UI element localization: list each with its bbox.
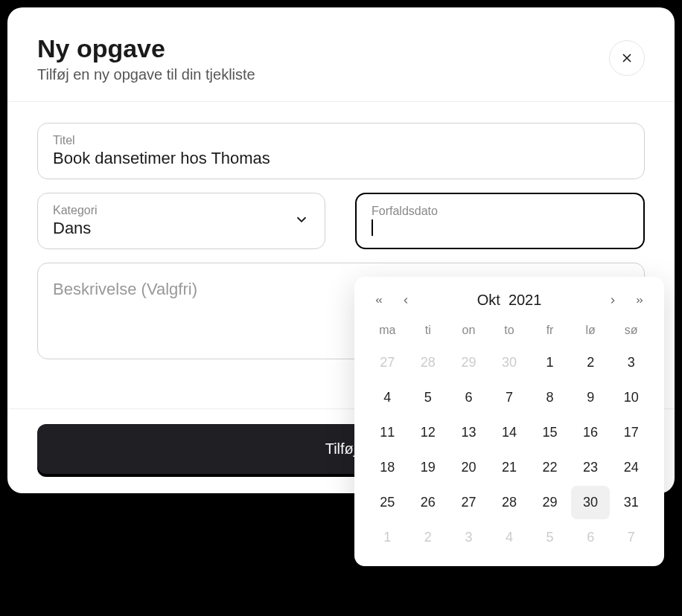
calendar-day[interactable]: 9 (571, 381, 611, 414)
calendar-day[interactable]: 29 (530, 486, 570, 519)
calendar-day[interactable]: 14 (490, 416, 529, 449)
close-button[interactable] (609, 40, 645, 76)
description-placeholder: Beskrivelse (Valgfri) (53, 280, 197, 298)
calendar-day[interactable]: 30 (490, 346, 529, 379)
due-date-input[interactable] (372, 219, 628, 236)
calendar-day[interactable]: 27 (449, 486, 488, 519)
day-of-week-header: sø (611, 316, 651, 344)
calendar-day[interactable]: 5 (530, 521, 570, 554)
day-of-week-header: ma (368, 316, 407, 344)
modal-title: Ny opgave (37, 34, 255, 63)
calendar-day[interactable]: 21 (490, 451, 529, 484)
prev-month-button[interactable] (399, 294, 412, 307)
calendar-day[interactable]: 28 (490, 486, 529, 519)
calendar-day[interactable]: 1 (530, 346, 570, 379)
day-of-week-header: lø (571, 316, 611, 344)
title-label: Titel (53, 134, 629, 147)
calendar-day[interactable]: 7 (611, 521, 651, 554)
day-of-week-header: to (490, 316, 529, 344)
chevron-right-icon (608, 295, 618, 306)
chevron-double-right-icon (634, 295, 645, 306)
close-icon (619, 51, 634, 65)
title-field[interactable]: Titel (37, 123, 645, 179)
chevron-down-icon (293, 211, 310, 231)
datepicker-header: Okt 2021 (368, 292, 651, 316)
datepicker-grid: mationtofrløsø27282930123456789101112131… (368, 316, 651, 554)
chevron-left-icon (401, 295, 411, 306)
calendar-day[interactable]: 2 (571, 346, 611, 379)
calendar-day[interactable]: 15 (530, 416, 570, 449)
modal-header: Ny opgave Tilføj en ny opgave til din tj… (7, 7, 675, 101)
calendar-day[interactable]: 8 (530, 381, 570, 414)
calendar-day[interactable]: 1 (368, 521, 407, 554)
category-value: Dans (53, 219, 310, 238)
calendar-day[interactable]: 29 (449, 346, 488, 379)
calendar-day[interactable]: 10 (611, 381, 651, 414)
day-of-week-header: ti (409, 316, 448, 344)
calendar-day[interactable]: 23 (571, 451, 611, 484)
next-year-button[interactable] (633, 294, 646, 307)
calendar-day[interactable]: 13 (449, 416, 488, 449)
calendar-day[interactable]: 11 (368, 416, 407, 449)
calendar-day[interactable]: 19 (409, 451, 448, 484)
category-label: Kategori (53, 204, 310, 217)
calendar-day[interactable]: 20 (449, 451, 488, 484)
chevron-double-left-icon (374, 295, 384, 306)
due-date-label: Forfaldsdato (372, 205, 628, 218)
calendar-day[interactable]: 30 (571, 486, 611, 519)
calendar-day[interactable]: 2 (409, 521, 448, 554)
calendar-day[interactable]: 24 (611, 451, 651, 484)
calendar-day[interactable]: 4 (368, 381, 407, 414)
calendar-day[interactable]: 25 (368, 486, 407, 519)
calendar-day[interactable]: 4 (490, 521, 529, 554)
datepicker-popover: Okt 2021 mationtofrløsø27282930123456789… (354, 277, 664, 566)
calendar-day[interactable]: 22 (530, 451, 570, 484)
calendar-day[interactable]: 6 (449, 381, 488, 414)
calendar-day[interactable]: 5 (409, 381, 448, 414)
prev-year-button[interactable] (372, 294, 386, 307)
calendar-day[interactable]: 28 (409, 346, 448, 379)
calendar-day[interactable]: 3 (449, 521, 488, 554)
title-input[interactable] (53, 149, 629, 168)
day-of-week-header: on (449, 316, 488, 344)
calendar-day[interactable]: 16 (571, 416, 611, 449)
calendar-day[interactable]: 26 (409, 486, 448, 519)
text-cursor (372, 219, 373, 236)
calendar-day[interactable]: 3 (611, 346, 651, 379)
day-of-week-header: fr (530, 316, 570, 344)
datepicker-month-year[interactable]: Okt 2021 (477, 292, 542, 309)
calendar-day[interactable]: 12 (409, 416, 448, 449)
modal-subtitle: Tilføj en ny opgave til din tjekliste (37, 66, 255, 83)
calendar-day[interactable]: 27 (368, 346, 407, 379)
calendar-day[interactable]: 7 (490, 381, 529, 414)
calendar-day[interactable]: 31 (611, 486, 651, 519)
category-field[interactable]: Kategori Dans (37, 193, 325, 249)
calendar-day[interactable]: 17 (611, 416, 651, 449)
calendar-day[interactable]: 18 (368, 451, 407, 484)
due-date-field[interactable]: Forfaldsdato (355, 193, 645, 249)
calendar-day[interactable]: 6 (571, 521, 611, 554)
next-month-button[interactable] (606, 294, 619, 307)
